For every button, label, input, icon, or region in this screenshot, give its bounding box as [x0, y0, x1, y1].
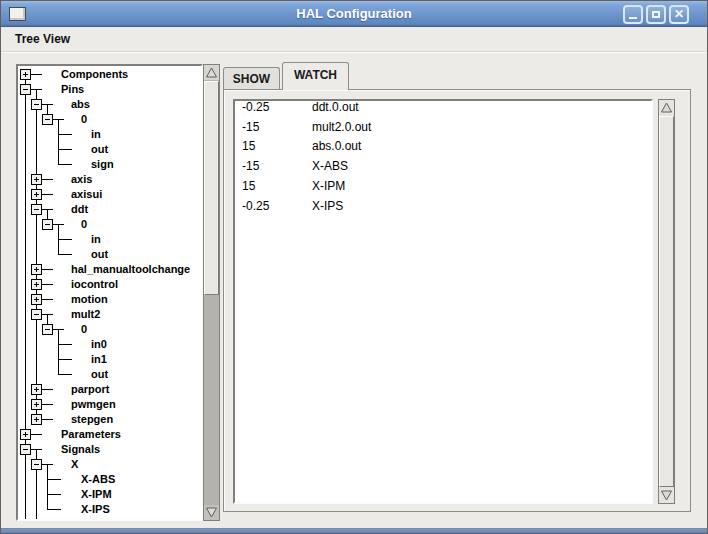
- tree-connector-line: [41, 284, 53, 285]
- scroll-down-icon: [205, 506, 218, 519]
- tree-node-label[interactable]: hal_manualtoolchange: [71, 262, 190, 277]
- tree-node-label[interactable]: axis: [71, 172, 92, 187]
- scroll-down-button[interactable]: [659, 488, 674, 503]
- tree-row: 0: [18, 112, 201, 127]
- tree-connector-line: [36, 322, 37, 337]
- tree-connector-line: [36, 112, 37, 127]
- menu-tree-view[interactable]: Tree View: [11, 27, 74, 52]
- maximize-button[interactable]: [646, 5, 666, 24]
- close-button[interactable]: ✕: [669, 5, 689, 24]
- tree-scrollbar-thumb[interactable]: [204, 81, 219, 295]
- tree-node-label[interactable]: sign: [91, 157, 114, 172]
- tab-watch[interactable]: WATCH: [282, 62, 349, 90]
- tree-connector-line: [36, 232, 37, 247]
- watch-value: -0.25: [242, 99, 269, 117]
- tree-node-label[interactable]: ddt: [71, 202, 88, 217]
- tree-connector-line: [58, 164, 72, 165]
- tree-connector-line: [25, 457, 26, 472]
- tree-collapse-icon[interactable]: [42, 219, 53, 230]
- tree-node-label[interactable]: in0: [91, 337, 107, 352]
- tree-connector-line: [58, 149, 59, 157]
- tree-connector-line: [58, 254, 72, 255]
- tree-node-label[interactable]: motion: [71, 292, 108, 307]
- hal-tree[interactable]: ComponentsPinsabs0inoutsignaxisaxisuiddt…: [16, 64, 203, 521]
- watch-scrollbar-thumb[interactable]: [659, 116, 674, 487]
- tree-node-label[interactable]: 0: [81, 322, 87, 337]
- tree-scrollbar[interactable]: [203, 64, 220, 521]
- tree-connector-line: [25, 412, 26, 427]
- tree-node-label[interactable]: iocontrol: [71, 277, 118, 292]
- tree-collapse-icon[interactable]: [31, 99, 42, 110]
- tree-expand-icon[interactable]: [31, 189, 42, 200]
- tree-node-label[interactable]: out: [91, 142, 108, 157]
- tree-expand-icon[interactable]: [31, 294, 42, 305]
- tree-connector-line: [25, 472, 26, 487]
- scroll-up-button[interactable]: [204, 65, 219, 80]
- tree-node-label[interactable]: X-ABS: [81, 472, 115, 487]
- tree-node-label[interactable]: axisui: [71, 187, 102, 202]
- titlebar[interactable]: HAL Configuration ✕: [1, 1, 707, 27]
- scroll-down-button[interactable]: [204, 505, 219, 520]
- tree-connector-line: [58, 224, 59, 232]
- tree-row: motion: [18, 292, 201, 307]
- scroll-up-button[interactable]: [659, 100, 674, 115]
- tree-node-label[interactable]: X-IPS: [81, 502, 110, 517]
- tab-show[interactable]: SHOW: [223, 67, 280, 89]
- tree-node-label[interactable]: mult2: [71, 307, 100, 322]
- tree-expand-icon[interactable]: [31, 384, 42, 395]
- tree-row: X: [18, 457, 201, 472]
- tree-node-label[interactable]: Signals: [61, 442, 100, 457]
- tree-collapse-icon[interactable]: [31, 204, 42, 215]
- tree-collapse-icon[interactable]: [42, 114, 53, 125]
- tree-node-label[interactable]: X-IPM: [81, 487, 112, 502]
- tree-expand-icon[interactable]: [31, 399, 42, 410]
- tree-collapse-icon[interactable]: [20, 444, 31, 455]
- tree-node-label[interactable]: Pins: [61, 82, 84, 97]
- watch-value: 15: [242, 176, 255, 196]
- tree-node-label[interactable]: in1: [91, 352, 107, 367]
- tree-node-label[interactable]: abs: [71, 97, 90, 112]
- tree-node-label[interactable]: in: [91, 232, 101, 247]
- tree-row: abs: [18, 97, 201, 112]
- watch-pin-name: ddt.0.out: [312, 99, 359, 117]
- minimize-icon: [629, 17, 637, 19]
- minimize-button[interactable]: [623, 5, 643, 24]
- watch-scrollbar[interactable]: [658, 99, 675, 504]
- tree-expand-icon[interactable]: [31, 174, 42, 185]
- tree-connector-line: [25, 397, 26, 412]
- scroll-up-icon: [660, 101, 673, 114]
- tree-expand-icon[interactable]: [31, 279, 42, 290]
- tree-collapse-icon[interactable]: [31, 459, 42, 470]
- tree-node-label[interactable]: stepgen: [71, 412, 113, 427]
- tree-row: ddt: [18, 202, 201, 217]
- tree-node-label[interactable]: out: [91, 247, 108, 262]
- tree-connector-line: [25, 487, 26, 502]
- tree-node-label[interactable]: 0: [81, 217, 87, 232]
- tree-connector-line: [58, 239, 59, 247]
- tree-node-label[interactable]: pwmgen: [71, 397, 116, 412]
- tree-row: mult2: [18, 307, 201, 322]
- tree-collapse-icon[interactable]: [42, 324, 53, 335]
- tree-expand-icon[interactable]: [20, 69, 31, 80]
- tree-connector-line: [47, 479, 48, 487]
- tree-node-label[interactable]: in: [91, 127, 101, 142]
- tree-connector-line: [58, 119, 59, 127]
- tree-expand-icon[interactable]: [31, 264, 42, 275]
- tree-node-label[interactable]: Components: [61, 67, 128, 82]
- tree-node-label[interactable]: out: [91, 367, 108, 382]
- tree-connector-line: [36, 142, 37, 157]
- tree-collapse-icon[interactable]: [20, 84, 31, 95]
- tree-row: out: [18, 142, 201, 157]
- tree-connector-line: [25, 307, 26, 322]
- watch-row: -15mult2.0.out: [235, 117, 651, 137]
- tree-connector-line: [30, 89, 42, 90]
- tree-node-label[interactable]: parport: [71, 382, 110, 397]
- tree-expand-icon[interactable]: [20, 429, 31, 440]
- tree-connector-line: [41, 404, 53, 405]
- tree-collapse-icon[interactable]: [31, 309, 42, 320]
- tree-node-label[interactable]: 0: [81, 112, 87, 127]
- tree-node-label[interactable]: Parameters: [61, 427, 121, 442]
- tree-expand-icon[interactable]: [31, 414, 42, 425]
- tree-node-label[interactable]: X: [71, 457, 78, 472]
- watch-value: -15: [242, 156, 259, 176]
